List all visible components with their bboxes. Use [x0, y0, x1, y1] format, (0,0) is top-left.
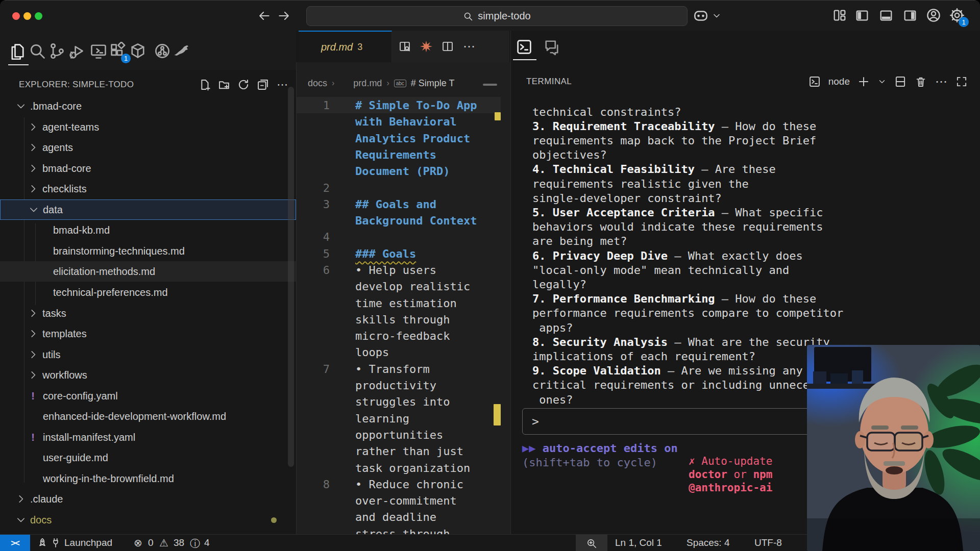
error-count-icon[interactable]: ⊗: [134, 537, 142, 549]
editor-scrollbar[interactable]: [483, 84, 497, 86]
tree-item-templates[interactable]: templates: [0, 323, 296, 344]
toggle-primary-sidebar-icon[interactable]: [854, 8, 870, 23]
customize-layout-icon[interactable]: [832, 8, 847, 23]
accounts-icon[interactable]: [925, 7, 942, 23]
code-line[interactable]: develop realistic: [297, 278, 501, 294]
terminal-icon[interactable]: [515, 38, 533, 56]
minimize-window-button[interactable]: [23, 12, 31, 20]
code-line[interactable]: micro-feedback: [297, 328, 501, 344]
refresh-icon[interactable]: [237, 78, 250, 91]
breadcrumb-symbol[interactable]: # Simple T: [411, 78, 455, 89]
run-debug-icon[interactable]: [68, 42, 86, 60]
code-line[interactable]: 5### Goals: [297, 245, 501, 262]
encoding-setting[interactable]: UTF-8: [754, 537, 782, 548]
codetour-icon[interactable]: [153, 42, 172, 60]
tree-item--claude[interactable]: .claude: [0, 489, 296, 509]
cursor-position[interactable]: Ln 1, Col 1: [615, 537, 662, 548]
tree-item-user-guide-md[interactable]: user-guide.md: [0, 447, 296, 468]
tree-item--bmad-core[interactable]: .bmad-core: [0, 96, 296, 116]
code-line[interactable]: learning: [297, 410, 501, 427]
chevron-down-icon[interactable]: [712, 11, 722, 21]
code-line[interactable]: opportunities: [297, 427, 501, 443]
code-line[interactable]: 2: [297, 180, 501, 196]
tree-item-working-in-the-brownfield-md[interactable]: working-in-the-brownfield.md: [0, 468, 296, 489]
navigate-forward-icon[interactable]: [277, 9, 291, 23]
command-center-search[interactable]: simple-todo: [306, 6, 688, 26]
kangaroo-icon[interactable]: [172, 42, 190, 60]
code-line[interactable]: 4: [297, 229, 501, 245]
tree-item-utils[interactable]: utils: [0, 344, 296, 365]
tree-item-agent-teams[interactable]: agent-teams: [0, 117, 296, 137]
extensions-icon[interactable]: 1: [109, 42, 127, 60]
collapse-all-icon[interactable]: [256, 78, 270, 91]
code-line[interactable]: stress through: [297, 525, 501, 534]
code-line[interactable]: productivity: [297, 377, 501, 393]
error-count[interactable]: 0: [148, 537, 154, 548]
code-line[interactable]: time estimation: [297, 295, 501, 311]
zoom-window-button[interactable]: [35, 12, 42, 20]
tree-item-tasks[interactable]: tasks: [0, 303, 296, 323]
terminal-profile-label[interactable]: node: [828, 76, 850, 87]
code-line[interactable]: Requirements: [297, 146, 501, 163]
copilot-icon[interactable]: [692, 7, 709, 24]
code-line[interactable]: loops: [297, 344, 501, 360]
code-line[interactable]: struggles into: [297, 393, 501, 410]
code-line[interactable]: 6• Help users: [297, 262, 501, 278]
tree-item-brainstorming-techniques-md[interactable]: brainstorming-techniques.md: [0, 241, 296, 261]
sidebar-scrollbar[interactable]: [288, 87, 294, 467]
tree-item-bmad-core[interactable]: bmad-core: [0, 158, 296, 179]
code-line[interactable]: 8• Reduce chronic: [297, 476, 501, 492]
close-window-button[interactable]: [12, 12, 20, 20]
split-editor-icon[interactable]: [441, 40, 454, 53]
tree-item-agents[interactable]: agents: [0, 137, 296, 158]
tree-item-docs[interactable]: docs: [0, 510, 296, 530]
source-control-icon[interactable]: [48, 42, 66, 60]
remote-indicator-icon[interactable]: ><: [0, 535, 30, 551]
zoom-in-icon[interactable]: [576, 535, 607, 551]
kill-terminal-icon[interactable]: [914, 75, 927, 88]
more-actions-icon[interactable]: ⋯: [935, 75, 948, 88]
new-terminal-icon[interactable]: [857, 75, 870, 88]
split-terminal-icon[interactable]: [894, 75, 907, 88]
warning-count[interactable]: 38: [174, 537, 184, 548]
tree-item-technical-preferences-md[interactable]: technical-preferences.md: [0, 282, 296, 303]
tree-item-elicitation-methods-md[interactable]: elicitation-methods.md: [0, 261, 296, 282]
tree-item-install-manifest-yaml[interactable]: !install-manifest.yaml: [0, 427, 296, 447]
code-line[interactable]: Analytics Product: [297, 130, 501, 146]
code-line[interactable]: 1# Simple To-Do App: [297, 97, 501, 113]
claude-code-icon[interactable]: [420, 40, 433, 53]
more-actions-icon[interactable]: ⋯: [462, 40, 476, 53]
explorer-icon[interactable]: [8, 42, 27, 60]
code-line[interactable]: Background Context: [297, 212, 501, 229]
info-count[interactable]: 4: [204, 537, 210, 548]
tree-item-enhanced-ide-development-workflow-md[interactable]: enhanced-ide-development-workflow.md: [0, 406, 296, 427]
chat-icon[interactable]: [543, 38, 561, 56]
containers-icon[interactable]: [129, 42, 147, 60]
open-preview-icon[interactable]: [398, 40, 411, 53]
profiles-chevron-icon[interactable]: [877, 77, 887, 86]
remote-explorer-icon[interactable]: [89, 42, 108, 60]
editor-content[interactable]: 1# Simple To-Do Appwith BehavioralAnalyt…: [297, 97, 511, 534]
maximize-panel-icon[interactable]: [955, 75, 968, 88]
breadcrumb[interactable]: docs › prd.md › abc # Simple T: [308, 77, 455, 90]
tree-item-checklists[interactable]: checklists: [0, 179, 296, 199]
navigate-back-icon[interactable]: [257, 9, 271, 23]
new-folder-icon[interactable]: [217, 78, 231, 91]
code-line[interactable]: task organization: [297, 460, 501, 476]
breadcrumb-file[interactable]: prd.md: [353, 78, 382, 89]
code-line[interactable]: Document (PRD): [297, 163, 501, 179]
tree-item-bmad-kb-md[interactable]: bmad-kb.md: [0, 220, 296, 240]
code-line[interactable]: with Behavioral: [297, 113, 501, 130]
info-count-icon[interactable]: ⓘ: [190, 537, 200, 550]
toggle-panel-icon[interactable]: [878, 8, 894, 23]
launchpad-item[interactable]: Launchpad: [64, 537, 112, 548]
code-line[interactable]: and deadline: [297, 509, 501, 525]
search-icon[interactable]: [28, 42, 46, 60]
indentation-setting[interactable]: Spaces: 4: [687, 537, 730, 548]
code-line[interactable]: 7• Transform: [297, 361, 501, 377]
breadcrumb-folder[interactable]: docs: [308, 78, 327, 89]
code-line[interactable]: skills through: [297, 311, 501, 328]
code-line[interactable]: rather than just: [297, 443, 501, 459]
new-file-icon[interactable]: [198, 78, 211, 91]
code-line[interactable]: over-commitment: [297, 492, 501, 509]
